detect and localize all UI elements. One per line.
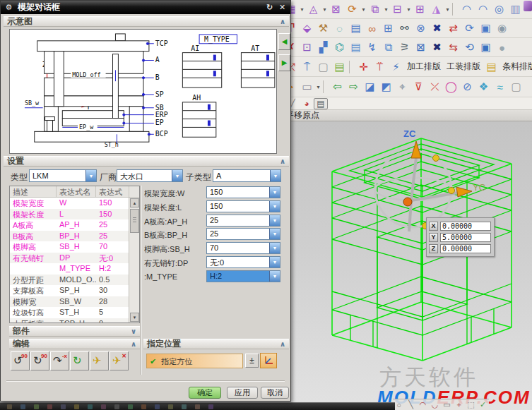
status-toolbar-icon[interactable]: [168, 404, 173, 409]
toolbar-icon[interactable]: ⤫: [427, 79, 443, 95]
toolbar-icon[interactable]: 加工排版: [404, 59, 444, 75]
close-icon[interactable]: ✕: [277, 1, 288, 13]
toolbar-icon[interactable]: ⍡: [372, 59, 388, 75]
status-toolbar-icon[interactable]: [195, 404, 200, 409]
table-scrollbar[interactable]: ▲ ▼: [129, 198, 139, 322]
toolbar-icon[interactable]: [323, 80, 328, 93]
specify-orientation-step[interactable]: ✔ 指定方位: [146, 354, 243, 368]
section-header-part[interactable]: 部件 ∨: [9, 326, 140, 337]
toolbar-icon[interactable]: ▾: [406, 1, 412, 17]
toolbar-icon[interactable]: ⇨: [345, 79, 362, 95]
scroll-down-icon[interactable]: ▼: [130, 313, 139, 322]
table-row[interactable]: 模架宽度 W 150: [10, 198, 139, 209]
coordinate-input[interactable]: 0.00000: [440, 222, 491, 231]
sketch-tool-icon[interactable]: ✓: [477, 399, 489, 410]
status-toolbar-icon[interactable]: [20, 404, 25, 409]
toolbar-icon[interactable]: ◩: [378, 79, 394, 95]
table-row[interactable]: 分型开距 MOLD_O... 0.5: [10, 275, 139, 286]
field-dropdown[interactable]: H:2 ▼: [206, 270, 280, 282]
toolbar-icon[interactable]: ▾: [383, 1, 389, 17]
toolbar-icon[interactable]: ⊘: [459, 79, 475, 95]
table-row[interactable]: 垃圾钉高 ST_H 5: [10, 307, 139, 318]
coordinate-input[interactable]: 5.00000: [440, 233, 491, 242]
dropdown-arrow-icon[interactable]: ▼: [269, 257, 280, 267]
toolbar-icon[interactable]: ▭: [299, 79, 315, 95]
edit-tool-button[interactable]: ↷ -x: [50, 351, 69, 370]
status-toolbar-icon[interactable]: [7, 404, 12, 409]
toolbar-icon[interactable]: ⧉: [367, 1, 383, 17]
status-toolbar-icon[interactable]: [182, 404, 187, 409]
toolbar-icon[interactable]: ✛: [355, 59, 372, 75]
field-dropdown[interactable]: 25 ▼: [206, 228, 280, 240]
status-toolbar-icon[interactable]: [47, 404, 52, 409]
sketch-tool-icon[interactable]: ◠: [417, 399, 429, 410]
toolbar-icon[interactable]: ▤: [348, 20, 364, 36]
table-row[interactable]: 模脚宽 SB_W 28: [10, 296, 139, 308]
toolbar-icon[interactable]: ⟳: [461, 20, 478, 36]
toolbar-icon[interactable]: ⊞: [412, 1, 428, 17]
toolbar-icon[interactable]: ⇆: [445, 40, 461, 55]
status-toolbar-icon[interactable]: [128, 404, 133, 409]
selection-tool-icon[interactable]: ▤: [314, 98, 328, 109]
subtype-dropdown[interactable]: A ▼: [213, 169, 281, 182]
toolbar-icon[interactable]: ⟳: [344, 1, 360, 17]
toolbar-icon[interactable]: ▤: [331, 59, 348, 75]
toolbar-icon[interactable]: ↯: [364, 40, 380, 55]
section-header-settings[interactable]: 设置 ∧: [4, 156, 289, 167]
table-row[interactable]: 支撑板高 SP_H 30: [10, 285, 139, 296]
toolbar-icon[interactable]: ▤: [348, 40, 364, 55]
toolbar-icon[interactable]: ▾: [360, 1, 367, 17]
toolbar-icon[interactable]: ◮: [428, 1, 444, 17]
toolbar-icon[interactable]: ▤: [483, 59, 500, 75]
toolbar-icon[interactable]: ⊟: [389, 1, 406, 17]
toolbar-icon[interactable]: ▢: [508, 79, 524, 95]
toolbar-icon[interactable]: ⇦: [329, 79, 345, 95]
toolbar-icon[interactable]: ▾: [444, 1, 451, 17]
col-desc[interactable]: 描述: [10, 186, 57, 197]
toolbar-icon[interactable]: ▾: [315, 79, 321, 95]
axis-label[interactable]: Z: [429, 244, 438, 253]
type-dropdown[interactable]: LKM ▼: [29, 169, 97, 182]
dropdown-arrow-icon[interactable]: ▼: [269, 271, 280, 282]
toolbar-icon[interactable]: ⊞: [380, 20, 396, 36]
toolbar-icon[interactable]: ⌖: [394, 79, 410, 95]
status-toolbar-icon[interactable]: [208, 404, 213, 409]
toolbar-icon[interactable]: ⌬: [331, 40, 348, 55]
toolbar-icon[interactable]: [349, 61, 354, 73]
selection-tool-icon[interactable]: ◕: [300, 98, 314, 109]
field-dropdown[interactable]: 25 ▼: [206, 215, 280, 227]
status-toolbar-icon[interactable]: [141, 404, 146, 409]
toolbar-icon[interactable]: ▢: [315, 59, 331, 75]
toolbar-icon[interactable]: ⊠: [328, 1, 344, 17]
toolbar-icon[interactable]: ◠: [459, 1, 475, 17]
toolbar-icon[interactable]: ≈: [492, 79, 508, 95]
col-value[interactable]: 表达式值: [96, 186, 129, 197]
axis-label[interactable]: Y: [429, 233, 438, 242]
toolbar-icon[interactable]: ⚡: [388, 59, 404, 75]
section-header-edit[interactable]: 编辑 ∧: [9, 339, 140, 349]
edit-tool-button[interactable]: ↻: [70, 351, 89, 370]
toolbar-icon[interactable]: ◌: [331, 20, 348, 36]
next-page-button[interactable]: ▶: [278, 54, 290, 71]
chevron-up-icon[interactable]: ∧: [131, 339, 136, 349]
toolbar-icon[interactable]: ⟲: [461, 40, 478, 55]
table-row[interactable]: 模架长度 L 150: [10, 209, 139, 220]
toolbar-icon[interactable]: ▾: [321, 1, 328, 17]
edit-tool-button[interactable]: ↺ 90: [11, 351, 30, 370]
toolbar-icon[interactable]: ⍑: [299, 59, 315, 75]
status-toolbar-icon[interactable]: [34, 404, 39, 409]
cancel-button[interactable]: 取消: [261, 387, 289, 399]
sketch-tool-icon[interactable]: ╲: [405, 399, 417, 410]
table-row[interactable]: 有无销钉 DP 无:0: [10, 253, 139, 264]
rotate-handle-ball[interactable]: [449, 188, 455, 194]
field-dropdown[interactable]: 无:0 ▼: [206, 256, 280, 268]
field-dropdown[interactable]: 150 ▼: [206, 186, 280, 198]
dropdown-arrow-icon[interactable]: ▼: [85, 170, 96, 181]
chevron-up-icon[interactable]: ∧: [280, 157, 285, 166]
dropdown-arrow-icon[interactable]: ▼: [269, 201, 280, 212]
origin-handle-ball[interactable]: [403, 198, 412, 206]
toolbar-icon[interactable]: ⚒: [315, 20, 331, 36]
status-toolbar-icon[interactable]: [155, 404, 160, 409]
dropdown-arrow-icon[interactable]: ▼: [269, 215, 280, 226]
toolbar-icon[interactable]: ⧉: [380, 40, 396, 55]
